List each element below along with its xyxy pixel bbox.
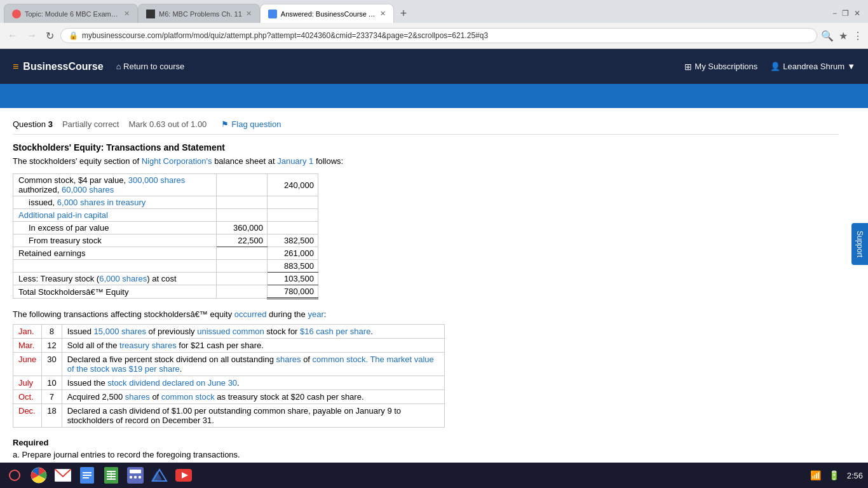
gmail-icon[interactable] xyxy=(53,466,72,485)
required-item-a: a. Prepare journal entries to record the… xyxy=(13,450,839,459)
bs-col1-4: 360,000 xyxy=(217,222,268,234)
tab-bar: Topic: Module 6 MBC Examples ✕ M6: MBC P… xyxy=(0,0,868,23)
browser-tab-1[interactable]: Topic: Module 6 MBC Examples ✕ xyxy=(4,4,138,23)
mark-label: Mark xyxy=(128,119,147,129)
tab-close-1[interactable]: ✕ xyxy=(124,10,130,18)
trans-month-1: Jan. xyxy=(13,325,42,339)
chrome-icon[interactable] xyxy=(29,466,48,485)
svg-rect-5 xyxy=(83,475,92,476)
question-label-text: Question xyxy=(13,119,46,129)
user-dropdown-arrow: ▼ xyxy=(847,62,855,71)
bs-row-6: Retained earnings 261,000 xyxy=(13,247,318,260)
bookmark-icon[interactable]: ★ xyxy=(839,30,848,42)
tab-favicon-3 xyxy=(268,10,277,18)
bs-label-8: Less: Treasury stock (6,000 shares) at c… xyxy=(13,273,217,285)
trans-row-6: Dec. 18 Declared a cash dividend of $1.0… xyxy=(13,404,445,428)
taskbar-right: 📶 🔋 2:56 xyxy=(810,470,863,480)
youtube-icon[interactable] xyxy=(174,466,193,485)
close-button[interactable]: ✕ xyxy=(854,9,860,18)
calc-svg xyxy=(127,467,144,484)
bs-col1-2 xyxy=(217,196,268,209)
trans-row-5: Oct. 7 Acquired 2,500 shares of common s… xyxy=(13,390,445,404)
svg-rect-13 xyxy=(127,467,144,484)
company-highlight: Night Corporation's xyxy=(142,156,212,166)
svg-rect-15 xyxy=(130,476,132,478)
user-icon: 👤 xyxy=(770,62,780,71)
window-controls: − ❐ ✕ xyxy=(832,9,864,18)
search-icon[interactable]: 🔍 xyxy=(821,30,834,42)
flag-question-link[interactable]: ⚑ Flag question xyxy=(221,119,281,129)
question-mark: Mark 0.63 out of 1.00 xyxy=(128,119,207,129)
drive-icon[interactable] xyxy=(150,466,169,485)
bs-label-7 xyxy=(13,260,217,273)
bs-col2-7: 883,500 xyxy=(268,260,318,273)
flag-label: Flag question xyxy=(231,119,281,129)
svg-rect-6 xyxy=(83,477,89,478)
trans-row-2: Mar. 12 Sold all of the treasury shares … xyxy=(13,339,445,353)
sheets-icon[interactable] xyxy=(102,466,121,485)
bs-col2-2 xyxy=(268,196,318,209)
calculator-icon[interactable] xyxy=(126,466,145,485)
trans-month-5: Oct. xyxy=(13,390,42,404)
bs-label-1: Common stock, $4 par value, 300,000 shar… xyxy=(13,174,217,196)
browser-tab-3[interactable]: Answered: BusinessCourse A Re... ✕ xyxy=(260,4,394,23)
trans-month-4: July xyxy=(13,376,42,390)
new-tab-button[interactable]: + xyxy=(397,7,411,20)
logo-brand[interactable]: BusinessCourse xyxy=(23,61,103,72)
question-status: Partially correct xyxy=(62,119,119,129)
bs-col2-4 xyxy=(268,222,318,234)
bs-label-9: Total Stockholdersâ€™ Equity xyxy=(13,285,217,299)
my-subscriptions-button[interactable]: ⊞ My Subscriptions xyxy=(684,62,757,72)
bs-row-3: Additional paid-in capital xyxy=(13,209,318,222)
required-title: Required xyxy=(13,438,839,447)
bs-row-9: Total Stockholdersâ€™ Equity 780,000 xyxy=(13,285,318,299)
trans-day-2: 12 xyxy=(42,339,62,353)
trans-intro: The following transactions affecting sto… xyxy=(13,309,839,319)
tab-label-2: M6: MBC Problems Ch. 11 xyxy=(159,10,242,18)
tab-close-2[interactable]: ✕ xyxy=(246,10,252,18)
site-logo: ≡ BusinessCourse xyxy=(13,60,104,73)
trans-day-4: 10 xyxy=(42,376,62,390)
bs-col1-1 xyxy=(217,174,268,196)
bs-col2-8: 103,500 xyxy=(268,273,318,285)
header-nav: ⌂ Return to course xyxy=(116,62,185,71)
tab-label-1: Topic: Module 6 MBC Examples xyxy=(25,10,120,18)
user-menu-button[interactable]: 👤 Leandrea Shrum ▼ xyxy=(770,62,855,71)
trans-row-1: Jan. 8 Issued 15,000 shares of previousl… xyxy=(13,325,445,339)
trans-desc-2: Sold all of the treasury shares for $21 … xyxy=(62,339,444,353)
svg-rect-16 xyxy=(134,476,137,478)
minimize-button[interactable]: − xyxy=(832,9,837,18)
trans-desc-6: Declared a cash dividend of $1.00 per ou… xyxy=(62,404,444,428)
trans-month-6: Dec. xyxy=(13,404,42,428)
wifi-icon: 📶 xyxy=(810,470,821,480)
bs-row-2: issued, 6,000 shares in treasury xyxy=(13,196,318,209)
trans-month-2: Mar. xyxy=(13,339,42,353)
return-to-course-link[interactable]: ⌂ Return to course xyxy=(116,62,185,71)
refresh-button[interactable]: ↻ xyxy=(43,29,57,43)
gmail-svg xyxy=(55,469,71,482)
start-button[interactable] xyxy=(5,466,24,485)
user-name-text: Leandrea Shrum xyxy=(783,62,844,71)
docs-icon[interactable] xyxy=(78,466,97,485)
trans-row-4: July 10 Issued the stock dividend declar… xyxy=(13,376,445,390)
menu-icon[interactable]: ⋮ xyxy=(853,30,863,42)
trans-month-3: June xyxy=(13,353,42,376)
address-bar-actions: 🔍 ★ ⋮ xyxy=(821,30,863,42)
browser-tab-2[interactable]: M6: MBC Problems Ch. 11 ✕ xyxy=(138,4,260,23)
question-label: Question 3 xyxy=(13,119,53,129)
sheets-svg xyxy=(104,467,118,484)
bs-label-5: From treasury stock xyxy=(13,234,217,247)
bs-col1-9 xyxy=(217,285,268,299)
tab-favicon-2 xyxy=(146,10,155,18)
bs-col2-3 xyxy=(268,209,318,222)
bs-col1-3 xyxy=(217,209,268,222)
battery-icon: 🔋 xyxy=(829,470,839,480)
maximize-button[interactable]: ❐ xyxy=(842,9,849,18)
tab-close-3[interactable]: ✕ xyxy=(380,10,386,18)
url-bar[interactable]: 🔒 mybusinesscourse.com/platform/mod/quiz… xyxy=(60,28,817,43)
back-button[interactable]: ← xyxy=(5,29,20,43)
svg-rect-14 xyxy=(130,470,141,473)
forward-button[interactable]: → xyxy=(24,29,39,43)
support-tab[interactable]: Support xyxy=(851,223,868,265)
trans-day-1: 8 xyxy=(42,325,62,339)
